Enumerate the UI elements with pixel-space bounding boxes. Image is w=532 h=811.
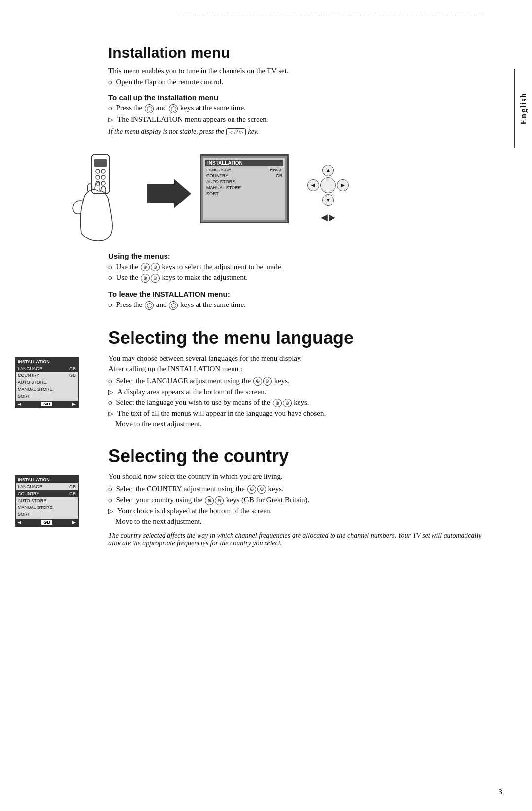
country-step1: o Select the COUNTRY adjustment using th… — [108, 485, 498, 494]
top-divider — [177, 15, 483, 15]
country-key1: ⊕ — [247, 485, 256, 494]
page: English 3 Installation menu This menu en… — [0, 0, 532, 811]
hand-illustration — [64, 144, 138, 243]
nav-right-arrow: ▶ — [329, 212, 335, 223]
country-screen-illustration: INSTALLATION LANGUAGEGB COUNTRYGB AUTO S… — [15, 475, 79, 527]
intro-line2: Open the flap on the remote control. — [116, 78, 224, 86]
lang-step1: o Select the LANGUAGE adjustment using t… — [108, 377, 498, 386]
selecting-language-section: INSTALLATION LANGUAGEGB COUNTRYGB AUTO S… — [108, 328, 498, 428]
country-key4: ⊖ — [215, 496, 224, 505]
diagram-area: INSTALLATION LANGUAGEENGL COUNTRYGB AUTO… — [64, 144, 498, 243]
key-press1: ◯ — [145, 301, 154, 310]
tv-row-sort: SORT — [205, 191, 283, 197]
lang-screen-row-country: COUNTRYGB — [16, 372, 78, 379]
lang-key3: ⊕ — [273, 399, 282, 407]
lang-intro2: After calling up the INSTALLATION menu : — [108, 365, 498, 373]
svg-point-2 — [96, 169, 100, 173]
country-step2: o Select your country using the ⊕⊖ keys … — [108, 496, 498, 505]
country-intro: You should now select the country in whi… — [108, 473, 498, 481]
nav-right-btn[interactable]: ▶ — [337, 179, 349, 191]
tv-row-country: COUNTRYGB — [205, 173, 283, 179]
nav-center-btn[interactable] — [320, 177, 336, 193]
key-up-icon: ⊕ — [141, 263, 150, 271]
country-screen-row-language: LANGUAGEGB — [16, 483, 78, 490]
selecting-language-title: Selecting the menu language — [108, 328, 498, 348]
country-key3: ⊕ — [205, 496, 214, 505]
lang-screen-row-manualstore: MANUAL STORE. — [16, 386, 78, 393]
tv-row-language: LANGUAGEENGL — [205, 167, 283, 173]
country-screen-footer: ◀ GB ▶ — [16, 519, 78, 526]
svg-point-4 — [96, 175, 100, 179]
tv-screen-inner: INSTALLATION LANGUAGEENGL COUNTRYGB AUTO… — [203, 158, 285, 220]
call-up-subsection: To call up the installation menu o Press… — [108, 93, 498, 135]
tv-screen: INSTALLATION LANGUAGEENGL COUNTRYGB AUTO… — [200, 154, 299, 233]
leave-menu-heading: To leave the INSTALLATION menu: — [108, 290, 498, 298]
lang-step4: ▷ The text of all the menus will appear … — [108, 409, 498, 418]
nav-up-btn[interactable]: ▲ — [322, 165, 334, 176]
lang-screen-row-autostore: AUTO STORE. — [16, 379, 78, 386]
key-press2: ◯ — [169, 301, 178, 310]
nav-horizontal-arrows: ◀ ▶ — [321, 212, 335, 223]
installation-menu-section: Installation menu This menu enables you … — [108, 44, 498, 310]
bullet-o: o — [108, 78, 112, 86]
key-right-icon: ⊖ — [151, 274, 160, 283]
tv-row-autostore: AUTO STORE. — [205, 179, 283, 185]
using-menus-step1: o Use the ⊕⊖ keys to select the adjustme… — [108, 263, 498, 272]
intro-bullet: o Open the flap on the remote control. — [108, 78, 498, 86]
leave-menu-step1: o Press the ◯ and ◯ keys at the same tim… — [108, 301, 498, 310]
lang-intro1: You may choose between several languages… — [108, 354, 498, 363]
lang-key4: ⊖ — [283, 399, 292, 407]
language-small-screen: INSTALLATION LANGUAGEGB COUNTRYGB AUTO S… — [15, 357, 79, 408]
svg-point-5 — [101, 175, 105, 179]
lang-screen-row-language: LANGUAGEGB — [16, 365, 78, 372]
tv-menu-title: INSTALLATION — [205, 160, 283, 166]
country-screen-title: INSTALLATION — [16, 476, 78, 483]
selecting-country-section: INSTALLATION LANGUAGEGB COUNTRYGB AUTO S… — [108, 446, 498, 547]
country-screen-row-country: COUNTRYGB — [16, 490, 78, 497]
intro-line1: This menu enables you to tune in the cha… — [108, 67, 498, 75]
lang-step5: Move to the next adjustment. — [115, 420, 498, 428]
lang-screen-row-sort: SORT — [16, 393, 78, 400]
selecting-country-title: Selecting the country — [108, 446, 498, 467]
key-icon-2: ◯ — [169, 104, 178, 113]
svg-rect-1 — [94, 159, 107, 167]
using-menus-subsection: Using the menus: o Use the ⊕⊖ keys to se… — [108, 252, 498, 283]
language-screen-illustration: INSTALLATION LANGUAGEGB COUNTRYGB AUTO S… — [15, 357, 79, 408]
country-step4: Move to the next adjustment. — [115, 517, 498, 526]
lang-step2: ▷ A display area appears at the bottom o… — [108, 388, 498, 396]
nav-left-btn[interactable]: ◀ — [307, 179, 319, 191]
key-icon-1: ◯ — [145, 104, 154, 113]
nav-left-arrow: ◀ — [321, 212, 328, 223]
lang-step3: o Select the language you wish to use by… — [108, 398, 498, 407]
using-menus-heading: Using the menus: — [108, 252, 498, 260]
call-up-step1: o Press the ◯ and ◯ keys at the same tim… — [108, 104, 498, 113]
leave-menu-subsection: To leave the INSTALLATION menu: o Press … — [108, 290, 498, 310]
main-content: Installation menu This menu enables you … — [108, 20, 498, 547]
stability-note: If the menu display is not stable, press… — [108, 128, 498, 135]
p-key-rect: ◁ P ▷ — [226, 128, 246, 135]
lang-screen-title: INSTALLATION — [16, 358, 78, 365]
country-screen-row-autostore: AUTO STORE. — [16, 497, 78, 504]
key-left-icon: ⊕ — [141, 274, 150, 283]
country-screen-row-sort: SORT — [16, 511, 78, 518]
call-up-heading: To call up the installation menu — [108, 93, 498, 101]
lang-key1: ⊕ — [253, 377, 262, 386]
svg-point-3 — [101, 169, 105, 173]
svg-marker-8 — [147, 179, 191, 208]
arrow-icon — [147, 179, 191, 208]
call-up-step2: ▷ The INSTALLATION menu appears on the s… — [108, 115, 498, 124]
using-menus-step2: o Use the ⊕⊖ keys to make the adjustment… — [108, 273, 498, 283]
installation-menu-title: Installation menu — [108, 44, 498, 61]
country-small-screen: INSTALLATION LANGUAGEGB COUNTRYGB AUTO S… — [15, 475, 79, 527]
country-note: The country selected affects the way in … — [108, 532, 498, 547]
country-key2: ⊖ — [257, 485, 266, 494]
tv-row-manualstore: MANUAL STORE. — [205, 185, 283, 191]
lang-screen-footer: ◀ GB ▶ — [16, 401, 78, 407]
country-screen-footer-value: GB — [41, 520, 52, 525]
tv-screen-frame: INSTALLATION LANGUAGEENGL COUNTRYGB AUTO… — [200, 154, 289, 223]
nav-down-btn[interactable]: ▼ — [322, 194, 334, 206]
country-step3: ▷ Your choice is displayed at the bottom… — [108, 507, 498, 515]
lang-key2: ⊖ — [263, 377, 272, 386]
key-down-icon: ⊖ — [151, 263, 160, 271]
svg-point-7 — [101, 181, 105, 185]
